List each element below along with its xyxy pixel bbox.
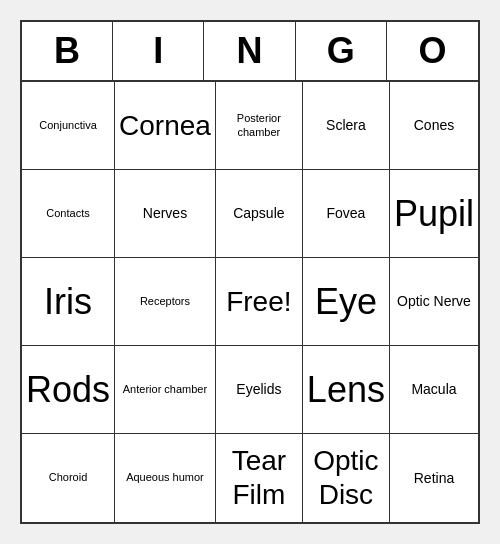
bingo-cell-r3-c2: Eyelids [216, 346, 303, 434]
cell-text-r4-c4: Retina [414, 470, 454, 487]
bingo-cell-r2-c2: Free! [216, 258, 303, 346]
cell-text-r3-c0: Rods [26, 368, 110, 411]
bingo-card: BINGO ConjunctivaCorneaPosterior chamber… [20, 20, 480, 524]
cell-text-r4-c2: Tear Film [220, 444, 298, 511]
header-letter-i: I [113, 22, 204, 80]
bingo-cell-r4-c2: Tear Film [216, 434, 303, 522]
cell-text-r3-c4: Macula [411, 381, 456, 398]
bingo-cell-r4-c0: Choroid [22, 434, 115, 522]
cell-text-r3-c2: Eyelids [236, 381, 281, 398]
bingo-cell-r3-c0: Rods [22, 346, 115, 434]
bingo-cell-r2-c3: Eye [303, 258, 390, 346]
bingo-cell-r0-c4: Cones [390, 82, 478, 170]
cell-text-r4-c1: Aqueous humor [126, 471, 204, 484]
bingo-cell-r2-c0: Iris [22, 258, 115, 346]
bingo-cell-r3-c3: Lens [303, 346, 390, 434]
cell-text-r1-c3: Fovea [326, 205, 365, 222]
bingo-grid: ConjunctivaCorneaPosterior chamberSclera… [22, 82, 478, 522]
cell-text-r3-c1: Anterior chamber [123, 383, 207, 396]
bingo-cell-r4-c4: Retina [390, 434, 478, 522]
cell-text-r2-c3: Eye [315, 280, 377, 323]
cell-text-r1-c4: Pupil [394, 192, 474, 235]
bingo-header: BINGO [22, 22, 478, 82]
cell-text-r1-c0: Contacts [46, 207, 89, 220]
bingo-cell-r3-c4: Macula [390, 346, 478, 434]
cell-text-r0-c4: Cones [414, 117, 454, 134]
header-letter-o: O [387, 22, 478, 80]
bingo-cell-r1-c4: Pupil [390, 170, 478, 258]
bingo-cell-r0-c2: Posterior chamber [216, 82, 303, 170]
bingo-cell-r2-c4: Optic Nerve [390, 258, 478, 346]
cell-text-r2-c2: Free! [226, 285, 291, 319]
cell-text-r0-c3: Sclera [326, 117, 366, 134]
cell-text-r0-c0: Conjunctiva [39, 119, 96, 132]
bingo-cell-r0-c0: Conjunctiva [22, 82, 115, 170]
cell-text-r2-c1: Receptors [140, 295, 190, 308]
cell-text-r3-c3: Lens [307, 368, 385, 411]
header-letter-b: B [22, 22, 113, 80]
bingo-cell-r1-c1: Nerves [115, 170, 216, 258]
bingo-cell-r1-c3: Fovea [303, 170, 390, 258]
bingo-cell-r0-c3: Sclera [303, 82, 390, 170]
header-letter-n: N [204, 22, 295, 80]
bingo-cell-r1-c2: Capsule [216, 170, 303, 258]
cell-text-r2-c4: Optic Nerve [397, 293, 471, 310]
bingo-cell-r2-c1: Receptors [115, 258, 216, 346]
cell-text-r1-c1: Nerves [143, 205, 187, 222]
cell-text-r0-c2: Posterior chamber [220, 112, 298, 138]
cell-text-r4-c3: Optic Disc [307, 444, 385, 511]
cell-text-r0-c1: Cornea [119, 109, 211, 143]
bingo-cell-r4-c3: Optic Disc [303, 434, 390, 522]
cell-text-r4-c0: Choroid [49, 471, 88, 484]
cell-text-r2-c0: Iris [44, 280, 92, 323]
cell-text-r1-c2: Capsule [233, 205, 284, 222]
header-letter-g: G [296, 22, 387, 80]
bingo-cell-r3-c1: Anterior chamber [115, 346, 216, 434]
bingo-cell-r0-c1: Cornea [115, 82, 216, 170]
bingo-cell-r4-c1: Aqueous humor [115, 434, 216, 522]
bingo-cell-r1-c0: Contacts [22, 170, 115, 258]
